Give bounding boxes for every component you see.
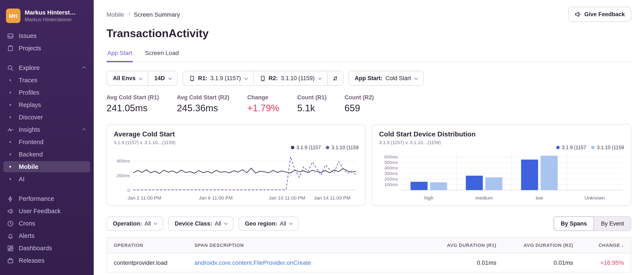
sidebar-item-dashboards[interactable]: Dashboards bbox=[4, 243, 90, 254]
metric-label: Change bbox=[247, 94, 279, 101]
mobile-release-icon bbox=[260, 75, 266, 81]
cell-avg-duration-r2: 0.01ms bbox=[503, 253, 580, 272]
cell-avg-duration-r1: 0.01ms bbox=[426, 253, 503, 272]
metric-label: Avg Cold Start (R2) bbox=[177, 94, 230, 101]
sidebar-item-label: Insights bbox=[19, 126, 40, 133]
sidebar-item-crons[interactable]: Crons bbox=[4, 218, 90, 229]
legend-item[interactable]: 3.1.10 (1159 bbox=[592, 145, 624, 150]
sidebar-item-discover[interactable]: Discover bbox=[4, 112, 90, 123]
sidebar-item-profiles[interactable]: Profiles bbox=[4, 87, 90, 98]
megaphone-icon bbox=[7, 208, 14, 214]
column-header-change[interactable]: CHANGE↓ bbox=[580, 237, 631, 253]
svg-text:400ms: 400ms bbox=[384, 165, 398, 170]
release-r2-filter[interactable]: R2: 3.1.10 (1159) bbox=[253, 71, 327, 85]
legend-item[interactable]: 3.1.10 (1159 bbox=[326, 145, 359, 150]
column-header-span-description[interactable]: SPAN DESCRIPTION bbox=[188, 237, 426, 253]
metric-value: 241.05ms bbox=[106, 103, 159, 114]
svg-text:200ms: 200ms bbox=[384, 176, 398, 181]
cell-span-description[interactable]: androidx.core.content.FileProvider.onCre… bbox=[188, 253, 426, 272]
date-range-filter[interactable]: 14D bbox=[148, 71, 178, 85]
chevron-down-icon bbox=[154, 221, 158, 225]
chevron-up-icon bbox=[82, 128, 86, 132]
sidebar-nav: IssuesProjectsExploreTracesProfilesRepla… bbox=[0, 30, 94, 266]
sidebar-item-frontend[interactable]: Frontend bbox=[4, 136, 90, 148]
svg-text:300ms: 300ms bbox=[384, 171, 398, 176]
table-row[interactable]: contentprovider.loadandroidx.core.conten… bbox=[107, 253, 631, 272]
sidebar-item-label: Backend bbox=[19, 151, 43, 158]
sidebar-item-explore[interactable]: Explore bbox=[4, 62, 90, 73]
sidebar-item-label: AI bbox=[19, 176, 24, 182]
sidebar-item-label: Issues bbox=[19, 32, 37, 39]
environment-filter[interactable]: All Envs bbox=[107, 71, 148, 85]
legend-item[interactable]: 3.1.9 (1157 bbox=[556, 145, 586, 150]
metric-value: 5.1k bbox=[297, 103, 327, 114]
chart-card-device-distribution: Cold Start Device Distribution3.1.9 (115… bbox=[372, 124, 631, 206]
svg-text:100ms: 100ms bbox=[384, 182, 398, 187]
releases-icon bbox=[7, 257, 14, 264]
swap-releases-button[interactable] bbox=[327, 71, 343, 85]
filter-geo-region[interactable]: Geo region:All bbox=[238, 217, 298, 231]
filter-operation[interactable]: Operation:All bbox=[106, 217, 163, 231]
megaphone-icon bbox=[574, 11, 581, 18]
svg-text:Unknown: Unknown bbox=[584, 195, 605, 201]
svg-text:medium: medium bbox=[475, 195, 493, 201]
column-header-avg-duration-r2-[interactable]: AVG DURATION (R2) bbox=[503, 237, 580, 253]
metric: Avg Cold Start (R1)241.05ms bbox=[106, 94, 159, 114]
chart-legend: 3.1.9 (11573.1.10 (1159 bbox=[556, 145, 624, 150]
org-switcher[interactable]: MH Markus Hinterst… Markus Hintersteiner bbox=[0, 6, 94, 29]
toggle-by-event[interactable]: By Event bbox=[594, 217, 631, 231]
sidebar-item-backend[interactable]: Backend bbox=[4, 149, 90, 160]
tab-app-start[interactable]: App Start bbox=[106, 50, 133, 62]
column-header-avg-duration-r1-[interactable]: AVG DURATION (R1) bbox=[426, 237, 503, 253]
chevron-down-icon bbox=[168, 76, 172, 80]
filter-device-class[interactable]: Device Class:All bbox=[168, 217, 234, 231]
sidebar-item-label: Replays bbox=[19, 102, 41, 108]
environment-filter-label: All Envs bbox=[113, 75, 136, 81]
app-start-filter-value: Cold Start bbox=[386, 75, 411, 81]
app-start-type-filter[interactable]: App Start: Cold Start bbox=[348, 71, 423, 85]
sidebar-item-projects[interactable]: Projects bbox=[4, 43, 90, 54]
give-feedback-label: Give Feedback bbox=[584, 11, 625, 18]
sidebar-item-user-feedback[interactable]: User Feedback bbox=[4, 205, 90, 217]
sidebar-item-mobile[interactable]: Mobile bbox=[4, 161, 90, 172]
main-content: Mobile Screen Summary Give Feedback Tran… bbox=[94, 0, 644, 275]
bullet-icon bbox=[7, 153, 14, 155]
toggle-by-spans[interactable]: By Spans bbox=[554, 217, 594, 231]
legend-item[interactable]: 3.1.9 (1157 bbox=[291, 145, 321, 150]
filter-value: All bbox=[215, 220, 221, 227]
sidebar-item-performance[interactable]: Performance bbox=[4, 193, 90, 204]
spans-table-body: contentprovider.loadandroidx.core.conten… bbox=[107, 253, 631, 272]
sidebar-item-label: Performance bbox=[19, 195, 54, 202]
sidebar-item-label: Traces bbox=[19, 77, 38, 84]
svg-text:0: 0 bbox=[127, 188, 130, 193]
chart-card-average-cold-start: Average Cold Start3.1.9 (1157) v. 3.1.10… bbox=[106, 124, 366, 206]
column-header-operation[interactable]: OPERATION bbox=[107, 237, 188, 253]
svg-text:low: low bbox=[536, 195, 543, 201]
release-r2-label: R2: bbox=[268, 75, 278, 81]
performance-icon bbox=[7, 195, 14, 202]
svg-text:Jan 6 11:00 PM: Jan 6 11:00 PM bbox=[199, 195, 232, 201]
metric-label: Avg Cold Start (R1) bbox=[106, 94, 159, 101]
metric: Count (R2)659 bbox=[344, 94, 374, 114]
sidebar-item-insights[interactable]: Insights bbox=[4, 124, 90, 135]
sidebar-item-traces[interactable]: Traces bbox=[4, 75, 90, 86]
breadcrumb: Mobile Screen Summary bbox=[106, 11, 180, 18]
breadcrumb-item-screen-summary: Screen Summary bbox=[134, 11, 180, 18]
sidebar-item-label: Releases bbox=[19, 257, 44, 264]
sidebar-item-alerts[interactable]: Alerts bbox=[4, 230, 90, 241]
filter-value: All bbox=[280, 220, 286, 227]
sidebar-item-ai[interactable]: AI bbox=[4, 173, 90, 185]
filter-label: Operation: bbox=[113, 220, 142, 227]
app-start-filter-label: App Start: bbox=[354, 75, 382, 81]
chevron-right-icon bbox=[127, 12, 130, 15]
breadcrumb-item-mobile[interactable]: Mobile bbox=[106, 11, 124, 18]
release-r1-filter[interactable]: R1: 3.1.9 (1157) bbox=[183, 71, 253, 85]
bullet-icon bbox=[7, 178, 14, 180]
tab-screen-load[interactable]: Screen Load bbox=[144, 50, 180, 62]
sidebar-item-replays[interactable]: Replays bbox=[4, 99, 90, 110]
sidebar-item-releases[interactable]: Releases bbox=[4, 255, 90, 266]
give-feedback-button[interactable]: Give Feedback bbox=[568, 7, 631, 22]
spans-table: OPERATIONSPAN DESCRIPTIONAVG DURATION (R… bbox=[106, 237, 631, 272]
dashboards-icon bbox=[7, 245, 14, 251]
sidebar-item-issues[interactable]: Issues bbox=[4, 30, 90, 41]
